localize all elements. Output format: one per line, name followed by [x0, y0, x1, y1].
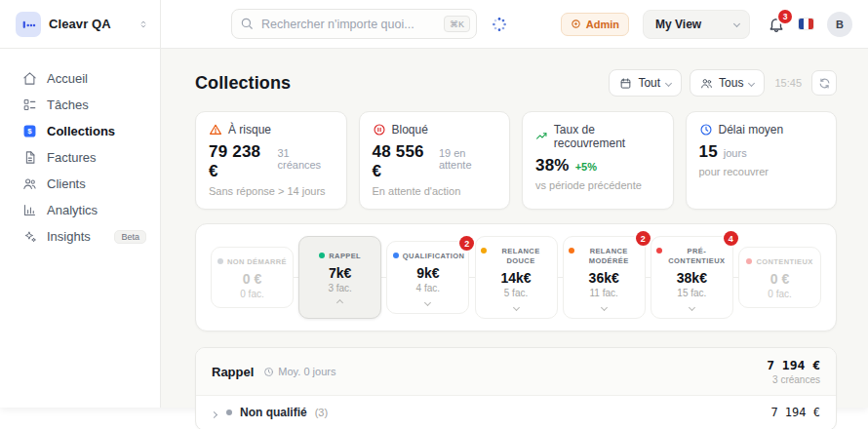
stage-non-demarre: NON DÉMARRÉ 0 € 0 fac.: [211, 247, 294, 308]
home-icon: [21, 71, 37, 86]
language-flag-icon[interactable]: [799, 19, 813, 29]
status-dot: [393, 253, 399, 258]
stage-pre-contentieux[interactable]: 4 PRÉ-CONTENTIEUX 38k€ 15 fac.: [651, 236, 733, 319]
search-box: ⌘K: [231, 9, 477, 39]
bar-chart-icon: [21, 203, 37, 217]
chevron-down-icon: [690, 305, 694, 310]
calendar-icon: [619, 77, 632, 90]
period-filter-dropdown[interactable]: Tout: [609, 69, 682, 97]
kpi-card-taux-recouvrement: Taux de recouvrement 38%+5% vs période p…: [522, 111, 674, 210]
loading-spinner-icon: [491, 16, 508, 33]
search-input[interactable]: [231, 9, 477, 39]
chevron-down-icon: [748, 79, 755, 86]
status-dot: [656, 248, 662, 254]
assignee-filter-dropdown[interactable]: Tous: [690, 69, 765, 97]
notifications-button[interactable]: 3: [768, 16, 785, 33]
stage-alert-badge: 2: [636, 231, 651, 246]
stage-qualification[interactable]: 2 QUALIFICATION 9k€ 4 fac.: [386, 241, 469, 314]
app-window: Cleavr QA ⌘K Admin My View: [0, 0, 868, 408]
sidebar-item-insights[interactable]: Insights Beta: [0, 223, 160, 250]
status-dot: [319, 253, 325, 258]
stage-connector: [469, 277, 474, 278]
invoice-icon: [21, 150, 37, 165]
kpi-suffix: 19 en attente: [439, 147, 496, 171]
clock-icon: [263, 367, 274, 377]
stage-rappel[interactable]: RAPPEL 7k€ 3 fac.: [298, 236, 381, 319]
notification-count-badge: 3: [778, 10, 792, 23]
stage-contentieux: CONTENTIEUX 0 € 0 fac.: [738, 247, 821, 308]
detail-total-subtext: 3 créances: [767, 374, 820, 385]
status-dot: [226, 410, 232, 415]
role-icon: [571, 19, 581, 29]
brand-name: Cleavr QA: [49, 17, 131, 31]
alert-triangle-icon: [209, 123, 222, 136]
sidebar-item-analytics[interactable]: Analytics: [0, 197, 160, 223]
kpi-card-a-risque: À risque 79 238 €31 créances Sans répons…: [195, 111, 347, 210]
stage-relance-douce[interactable]: RELANCE DOUCE 14k€ 5 fac.: [475, 236, 558, 319]
beta-badge: Beta: [114, 230, 146, 244]
kpi-value: 79 238 €: [209, 142, 271, 181]
view-selector-dropdown[interactable]: My View: [643, 10, 750, 39]
chevron-down-icon: [665, 79, 672, 86]
row-amount: 7 194 €: [770, 406, 820, 419]
admin-role-badge: Admin: [561, 13, 629, 36]
detail-total-amount: 7 194 €: [767, 358, 820, 372]
sidebar-item-factures[interactable]: Factures: [0, 144, 160, 171]
kpi-value: 38%: [535, 156, 570, 176]
pipeline-stages: NON DÉMARRÉ 0 € 0 fac. RAPPEL 7k€ 3 fac.…: [195, 223, 837, 332]
stage-relance-moderee[interactable]: 2 RELANCE MODÉRÉE 36k€ 11 fac.: [563, 236, 646, 319]
stage-detail-panel: Rappel Moy. 0 jours 7 194 € 3 créances: [195, 347, 837, 429]
chevron-right-icon[interactable]: [212, 404, 217, 421]
kpi-subtext: En attente d'action: [373, 185, 497, 197]
page-header: Collections Tout Tous 15:45: [195, 69, 837, 97]
chevron-up-icon: [337, 300, 342, 305]
detail-group-row[interactable]: Non qualifié (3) 7 194 €: [196, 396, 836, 429]
status-dot: [217, 258, 223, 264]
detail-average: Moy. 0 jours: [278, 366, 335, 377]
kpi-value: 48 556 €: [373, 142, 433, 181]
stage-alert-badge: 4: [724, 231, 738, 246]
sidebar-item-clients[interactable]: Clients: [0, 171, 160, 197]
kpi-card-bloque: Bloqué 48 556 €19 en attente En attente …: [359, 111, 511, 210]
kpi-value: 15: [699, 142, 718, 162]
kpi-suffix: 31 créances: [277, 147, 333, 171]
kpi-card-delai-moyen: Délai moyen 15jours pour recouvrer: [686, 111, 838, 210]
stage-connector: [558, 277, 563, 278]
tasks-icon: [21, 98, 37, 112]
status-dot: [481, 248, 487, 254]
kpi-row: À risque 79 238 €31 créances Sans répons…: [195, 111, 837, 210]
collections-icon: $: [21, 124, 37, 138]
workspace-switcher[interactable]: Cleavr QA: [0, 0, 161, 48]
kpi-subtext: pour recouvrer: [699, 166, 824, 177]
sidebar: Accueil Tâches $ Collections Factures Cl…: [0, 49, 161, 408]
brand-logo-icon: [16, 12, 41, 37]
sidebar-item-collections[interactable]: $ Collections: [0, 118, 160, 144]
topbar-main: ⌘K Admin My View 3 B: [161, 0, 868, 48]
sparkles-icon: [21, 229, 37, 244]
sidebar-item-taches[interactable]: Tâches: [0, 92, 160, 118]
user-avatar[interactable]: B: [827, 12, 852, 37]
refresh-button[interactable]: [811, 70, 837, 96]
trending-up-icon: [535, 130, 548, 143]
detail-header: Rappel Moy. 0 jours 7 194 € 3 créances: [196, 348, 836, 396]
chevron-up-down-icon: [138, 18, 148, 31]
kpi-subtext: vs période précédente: [535, 179, 660, 191]
sidebar-item-accueil[interactable]: Accueil: [0, 65, 160, 92]
topbar: Cleavr QA ⌘K Admin My View: [0, 0, 868, 49]
keyboard-shortcut-badge: ⌘K: [444, 16, 470, 32]
last-refresh-time: 15:45: [774, 77, 802, 89]
chevron-down-icon: [514, 305, 519, 310]
status-dot: [569, 248, 574, 254]
page-title: Collections: [195, 73, 291, 94]
clock-icon: [699, 123, 713, 136]
main-content: Collections Tout Tous 15:45: [161, 49, 868, 408]
status-dot: [746, 258, 752, 264]
chevron-down-icon: [733, 20, 740, 27]
kpi-suffix: jours: [724, 147, 747, 159]
chevron-down-icon: [602, 305, 607, 310]
refresh-icon: [818, 77, 831, 90]
kpi-suffix: +5%: [575, 161, 597, 173]
users-icon: [700, 77, 713, 90]
chevron-down-icon: [425, 300, 430, 305]
detail-title: Rappel: [212, 365, 254, 379]
